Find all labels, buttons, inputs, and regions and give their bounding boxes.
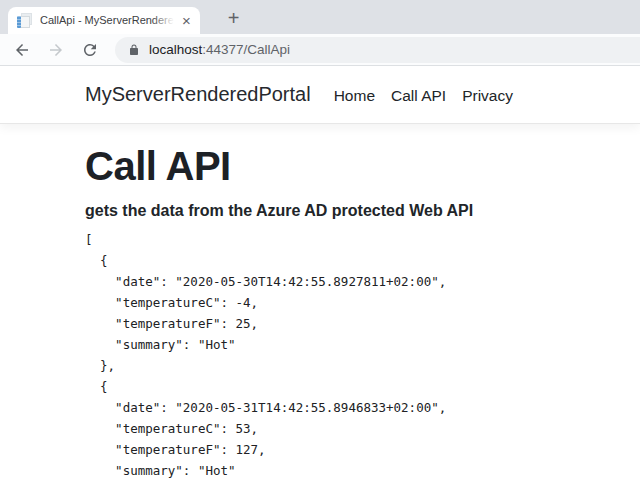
page-viewport: MyServerRenderedPortal Home Call API Pri… <box>0 66 640 480</box>
url-path: :44377/CallApi <box>202 42 290 57</box>
back-arrow-icon <box>13 41 31 59</box>
browser-window: CallApi - MyServerRenderedPortal × + loc… <box>0 0 640 480</box>
browser-tab[interactable]: CallApi - MyServerRenderedPortal × <box>8 7 200 34</box>
tab-title: CallApi - MyServerRenderedPortal <box>40 13 174 28</box>
reload-icon <box>81 41 99 59</box>
back-button[interactable] <box>7 36 37 64</box>
forward-arrow-icon <box>47 41 65 59</box>
lock-icon <box>128 44 140 56</box>
nav-link-privacy[interactable]: Privacy <box>454 87 521 105</box>
new-tab-button[interactable]: + <box>221 6 246 31</box>
tab-close-icon[interactable]: × <box>178 12 195 29</box>
nav-link-call-api[interactable]: Call API <box>383 87 454 105</box>
tab-strip: CallApi - MyServerRenderedPortal × + <box>0 0 640 34</box>
site-navbar: MyServerRenderedPortal Home Call API Pri… <box>0 66 640 124</box>
page-title: Call API <box>85 144 640 188</box>
favicon-blue-spine <box>17 16 21 28</box>
nav-link-home[interactable]: Home <box>326 87 383 105</box>
page-subtitle: gets the data from the Azure AD protecte… <box>85 202 640 220</box>
site-favicon-icon <box>16 13 32 29</box>
api-response-json: [ { "date": "2020-05-30T14:42:55.8927811… <box>85 229 640 480</box>
forward-button <box>41 36 71 64</box>
main-content: Call API gets the data from the Azure AD… <box>0 124 640 480</box>
navbar-inner: MyServerRenderedPortal Home Call API Pri… <box>0 83 521 106</box>
url-host: localhost <box>149 42 202 57</box>
navbar-brand-link[interactable]: MyServerRenderedPortal <box>85 83 311 106</box>
reload-button[interactable] <box>75 36 105 64</box>
browser-toolbar: localhost:44377/CallApi <box>0 34 640 66</box>
url-text: localhost:44377/CallApi <box>149 42 290 57</box>
address-bar[interactable]: localhost:44377/CallApi <box>115 37 640 63</box>
